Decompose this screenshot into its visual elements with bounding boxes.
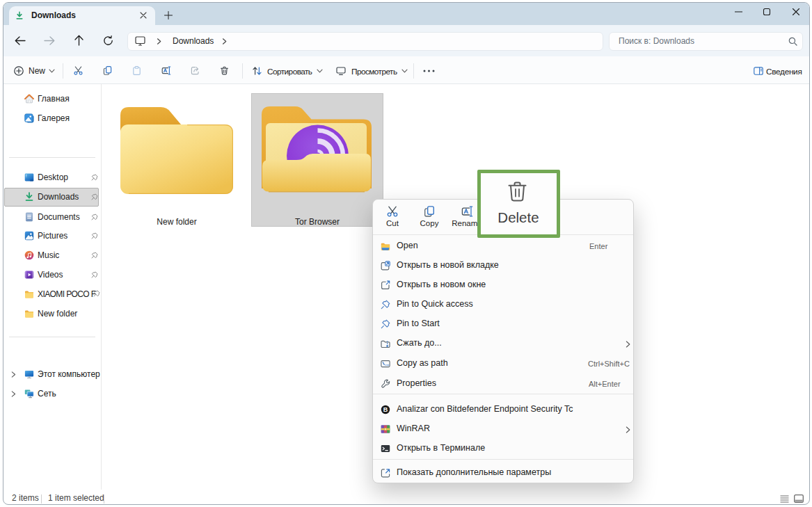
svg-text:B: B: [383, 406, 388, 413]
